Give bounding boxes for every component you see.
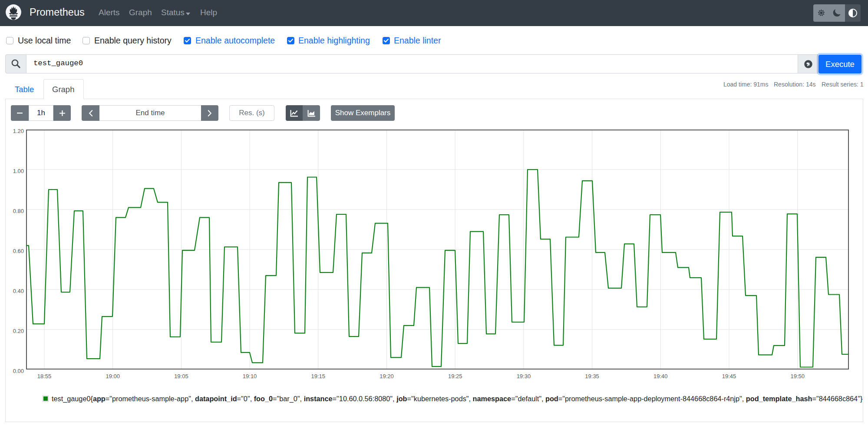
svg-text:19:05: 19:05: [174, 373, 188, 379]
svg-text:19:10: 19:10: [243, 373, 257, 379]
svg-text:1.00: 1.00: [13, 168, 24, 174]
svg-text:1.20: 1.20: [13, 128, 24, 134]
svg-text:19:25: 19:25: [448, 373, 462, 379]
svg-text:0.80: 0.80: [13, 208, 24, 214]
svg-text:0.60: 0.60: [13, 248, 24, 254]
svg-text:0.40: 0.40: [13, 288, 24, 294]
svg-text:0.20: 0.20: [13, 328, 24, 334]
svg-text:19:35: 19:35: [585, 373, 599, 379]
svg-text:0.00: 0.00: [13, 368, 24, 374]
svg-text:19:00: 19:00: [106, 373, 120, 379]
svg-text:19:45: 19:45: [722, 373, 736, 379]
svg-text:19:30: 19:30: [517, 373, 531, 379]
svg-text:19:15: 19:15: [311, 373, 326, 379]
svg-text:19:20: 19:20: [380, 373, 394, 379]
svg-text:19:40: 19:40: [653, 373, 668, 379]
svg-text:19:50: 19:50: [790, 373, 805, 379]
svg-text:18:55: 18:55: [37, 373, 52, 379]
